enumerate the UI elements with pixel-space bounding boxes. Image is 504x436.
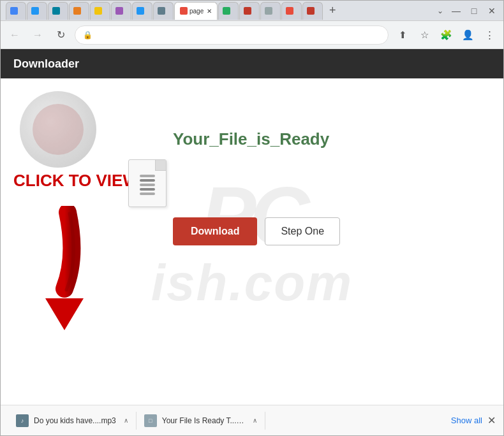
tab-active[interactable]: page ✕ — [174, 2, 218, 20]
share-icon[interactable]: ⬆ — [394, 26, 411, 44]
tab-bing[interactable] — [48, 2, 68, 20]
avatar-area — [20, 91, 96, 168]
tab-globe1[interactable] — [27, 2, 47, 20]
download-item-2[interactable]: □ Your File Is Ready T....iso ∧ — [137, 412, 265, 430]
file-ready-text: Your_File_is_Ready — [173, 129, 329, 149]
show-all-button[interactable]: Show all — [451, 416, 482, 425]
page-content: Downloader PC ish.com CLICK — [1, 49, 503, 435]
address-input[interactable]: 🔒 — [75, 25, 389, 45]
chevron-icon-2[interactable]: ∧ — [253, 417, 257, 424]
svg-marker-0 — [45, 298, 84, 330]
file-area: Your_File_is_Ready — [128, 129, 340, 245]
forward-button[interactable]: → — [29, 26, 47, 44]
menu-icon[interactable]: ⋮ — [480, 26, 498, 44]
new-tab-button[interactable]: + — [323, 2, 341, 20]
extensions-icon[interactable]: 🧩 — [437, 26, 455, 44]
app-title: Downloader — [13, 57, 79, 71]
back-button[interactable]: ← — [6, 26, 24, 44]
arrow-area — [33, 206, 96, 336]
close-button[interactable]: ✕ — [485, 4, 498, 17]
chevron-down-icon[interactable]: ⌄ — [436, 6, 445, 15]
zip-line-1 — [140, 175, 155, 177]
profile-icon[interactable]: 👤 — [459, 26, 477, 44]
minimize-button[interactable]: — — [450, 4, 463, 17]
download-filename-2: Your File Is Ready T....iso — [162, 416, 245, 425]
tab-globe3[interactable] — [153, 2, 174, 20]
bookmark-icon[interactable]: ☆ — [415, 26, 433, 44]
zip-line-4 — [140, 188, 155, 191]
tab-vol[interactable] — [281, 2, 302, 20]
tab-box[interactable] — [260, 2, 281, 20]
download-filename-1: Do you kids have....mp3 — [34, 416, 116, 425]
download-file-icon-2: □ — [144, 414, 157, 427]
step-one-button[interactable]: Step One — [265, 217, 340, 245]
tab-globe2[interactable] — [132, 2, 152, 20]
tab-play[interactable] — [218, 2, 239, 20]
zip-line-2 — [140, 179, 155, 182]
zip-line-5 — [140, 193, 155, 195]
content-overlay: CLICK TO VIEW — [1, 78, 503, 405]
tab-warn[interactable] — [90, 2, 110, 20]
browser-window: page ✕ + — [0, 0, 504, 436]
avatar — [20, 91, 96, 168]
tab-g[interactable] — [6, 2, 26, 20]
file-zip-icon — [128, 159, 167, 207]
download-item-1[interactable]: ♪ Do you kids have....mp3 ∧ — [8, 412, 137, 430]
window-controls: ⌄ — □ ✕ — [436, 4, 498, 17]
refresh-button[interactable]: ↻ — [52, 26, 70, 44]
click-to-view-text[interactable]: CLICK TO VIEW — [13, 171, 138, 191]
file-row — [128, 159, 167, 207]
tab-yt2[interactable] — [302, 2, 323, 20]
avatar-inner — [33, 104, 84, 155]
title-bar: page ✕ + — [1, 1, 503, 21]
main-area: PC ish.com CLICK TO VIEW — [1, 78, 503, 405]
close-download-bar-button[interactable]: ✕ — [487, 414, 496, 426]
address-right-icons: ⬆ ☆ 🧩 👤 ⋮ — [394, 26, 498, 44]
download-button[interactable]: Download — [173, 217, 257, 245]
tab-slash[interactable] — [111, 2, 131, 20]
zip-line-3 — [140, 184, 155, 186]
lock-icon: 🔒 — [83, 31, 93, 40]
download-bar-right: Show all ✕ — [451, 414, 496, 426]
zip-lines — [140, 175, 155, 195]
download-bar: ♪ Do you kids have....mp3 ∧ □ Your File … — [1, 405, 503, 435]
chevron-icon-1[interactable]: ∧ — [124, 417, 128, 424]
down-arrow-icon — [33, 206, 96, 333]
download-file-icon-1: ♪ — [16, 414, 29, 427]
address-bar: ← → ↻ 🔒 ⬆ ☆ 🧩 👤 ⋮ — [1, 21, 503, 49]
tab-yt1[interactable] — [239, 2, 260, 20]
tab-code1[interactable] — [69, 2, 89, 20]
buttons-row: Download Step One — [173, 217, 340, 245]
maximize-button[interactable]: □ — [468, 4, 480, 17]
app-header: Downloader — [1, 49, 503, 78]
tabs-container: page ✕ + — [6, 2, 431, 20]
